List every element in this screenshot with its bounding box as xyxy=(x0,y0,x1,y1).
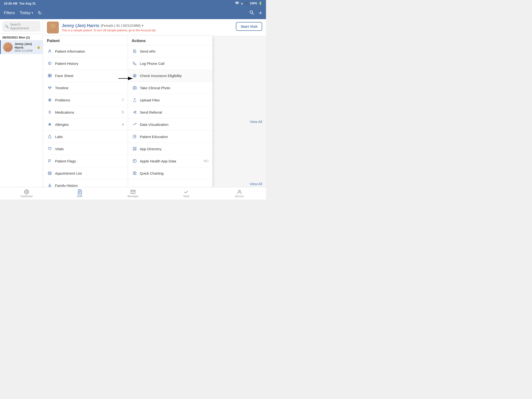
today-button[interactable]: Today ▾ xyxy=(20,11,33,15)
patient-name-mini: Jenny (Jen) Harris xyxy=(15,42,35,49)
svg-rect-14 xyxy=(48,76,50,77)
actions-column: Actions Send eRx Log Phone Call xyxy=(128,36,213,187)
menu-item-send-erx[interactable]: Send eRx xyxy=(128,45,213,57)
menu-item-patient-information[interactable]: Patient Information xyxy=(43,45,128,57)
svg-rect-61 xyxy=(133,147,134,149)
menu-item-app-directory[interactable]: App Directory xyxy=(128,143,213,155)
menu-item-patient-flags[interactable]: Patient Flags xyxy=(43,155,128,167)
content-area: Jenny (Jen) Harris (Female | 41 | 02/11/… xyxy=(43,19,266,187)
tab-account[interactable]: Account xyxy=(213,189,266,198)
face-sheet-label: Face Sheet xyxy=(55,74,124,78)
menu-item-apple-health[interactable]: Apple Health App Data NO xyxy=(128,155,213,167)
patient-list-item[interactable]: Jenny (Jen) Harris 08/30 12:22PM 🔒 xyxy=(0,40,43,54)
arrow-annotation xyxy=(117,75,136,82)
menu-item-family-history[interactable]: Family History xyxy=(43,179,128,187)
menu-item-data-visualization[interactable]: Data Visualization xyxy=(128,118,213,131)
tab-account-label: Account xyxy=(235,195,244,198)
tab-messages-label: Messages xyxy=(127,195,139,198)
menu-item-face-sheet[interactable]: Face Sheet xyxy=(43,70,128,82)
svg-point-42 xyxy=(50,186,51,187)
send-referral-label: Send Referral xyxy=(140,110,209,114)
svg-rect-52 xyxy=(133,87,136,89)
medications-badge: 5 xyxy=(122,110,124,114)
vitals-label: Vitals xyxy=(55,147,124,151)
referral-icon xyxy=(132,109,138,115)
start-visit-button[interactable]: Start Visit xyxy=(236,22,262,31)
search-button[interactable] xyxy=(249,10,254,16)
tab-bar: Dashboard EHR Messages Tasks xyxy=(0,187,266,200)
allergies-label: Allergies xyxy=(55,122,120,127)
quick-charting-label: Quick Charting xyxy=(140,171,209,175)
status-bar-right: ▲ 🎧 100% 🔋 xyxy=(235,2,262,5)
menu-item-appointment-list[interactable]: Appointment List xyxy=(43,167,128,179)
tab-dashboard-label: Dashboard xyxy=(21,195,32,198)
svg-point-70 xyxy=(25,191,27,193)
patient-time-mini: 08/30 12:22PM xyxy=(15,49,35,52)
search-bar: 🔍 Search Appointment xyxy=(0,19,43,34)
problems-label: Problems xyxy=(55,98,120,102)
avatar-image xyxy=(3,42,13,52)
rx-icon xyxy=(132,48,138,54)
menu-item-labs[interactable]: Labs xyxy=(43,131,128,143)
location-icon: ▲ xyxy=(241,2,243,5)
menu-item-patient-history[interactable]: Patient History xyxy=(43,57,128,70)
send-erx-label: Send eRx xyxy=(140,49,209,53)
tab-ehr-label: EHR xyxy=(77,195,82,198)
actions-column-header: Actions xyxy=(128,36,213,45)
filters-button[interactable]: Filters xyxy=(4,11,15,15)
menu-item-timeline[interactable]: Timeline xyxy=(43,82,128,94)
svg-line-1 xyxy=(252,13,254,15)
menu-item-take-clinical-photo[interactable]: Take Clinical Photo xyxy=(128,82,213,94)
menu-item-allergies[interactable]: Allergies 4 xyxy=(43,118,128,131)
add-button[interactable]: + xyxy=(259,10,262,16)
svg-rect-24 xyxy=(48,100,51,100)
date-header: 08/30/2021 Mon (1) xyxy=(0,34,43,40)
labs-label: Labs xyxy=(55,135,124,139)
tab-dashboard[interactable]: Dashboard xyxy=(0,189,53,198)
refresh-button[interactable]: ↻ xyxy=(38,10,42,16)
tab-messages[interactable]: Messages xyxy=(107,189,159,198)
patient-demographics: (Female | 41 | 02/11/1980) ▾ xyxy=(101,24,143,27)
menu-item-vitals[interactable]: Vitals xyxy=(43,143,128,155)
search-input-wrap[interactable]: 🔍 Search Appointment xyxy=(2,21,40,32)
svg-point-21 xyxy=(50,87,51,87)
appointment-list-label: Appointment List xyxy=(55,171,124,175)
search-icon: 🔍 xyxy=(5,25,9,28)
plus-cross-icon xyxy=(47,97,53,103)
svg-point-41 xyxy=(49,186,49,187)
patient-history-label: Patient History xyxy=(55,62,124,66)
tab-tasks-label: Tasks xyxy=(183,195,190,198)
patient-column-header: Patient xyxy=(43,36,128,45)
toolbar-right: + xyxy=(249,10,262,16)
battery-icon: 🔋 xyxy=(259,2,262,5)
menu-item-send-referral[interactable]: Send Referral xyxy=(128,106,213,118)
menu-item-check-insurance[interactable]: Check Insurance Eligibility xyxy=(128,70,213,82)
app-directory-label: App Directory xyxy=(140,147,209,151)
patient-information-label: Patient Information xyxy=(55,49,124,53)
svg-point-6 xyxy=(50,23,56,28)
tab-tasks[interactable]: Tasks xyxy=(159,189,213,198)
menu-item-medications[interactable]: Medications 5 xyxy=(43,106,128,118)
patient-header: Jenny (Jen) Harris (Female | 41 | 02/11/… xyxy=(43,19,266,36)
diamond-icon xyxy=(47,109,53,115)
headphone-icon: 🎧 xyxy=(245,2,248,5)
svg-point-4 xyxy=(6,44,10,48)
svg-point-3 xyxy=(4,48,12,52)
menu-item-problems[interactable]: Problems 7 xyxy=(43,94,128,106)
svg-point-19 xyxy=(49,88,50,89)
svg-point-54 xyxy=(133,112,135,113)
menu-item-patient-education[interactable]: Patient Education xyxy=(128,131,213,143)
patient-column: Patient Patient Information Patient H xyxy=(43,36,128,187)
menu-item-quick-charting[interactable]: Quick Charting xyxy=(128,167,213,179)
menu-item-log-phone-call[interactable]: Log Phone Call xyxy=(128,57,213,70)
apps-icon xyxy=(132,146,138,152)
status-bar: 10:26 AM Tue Aug 31 ▲ 🎧 100% 🔋 xyxy=(0,0,266,7)
lock-icon: 🔒 xyxy=(37,45,40,49)
time-display: 10:26 AM xyxy=(4,2,18,5)
search-input[interactable]: Search Appointment xyxy=(10,22,38,30)
menu-item-upload-files[interactable]: Upload Files xyxy=(128,94,213,106)
family-icon xyxy=(47,183,53,187)
tab-ehr[interactable]: EHR xyxy=(53,189,106,198)
graph-icon xyxy=(132,121,138,127)
svg-line-57 xyxy=(135,111,135,112)
